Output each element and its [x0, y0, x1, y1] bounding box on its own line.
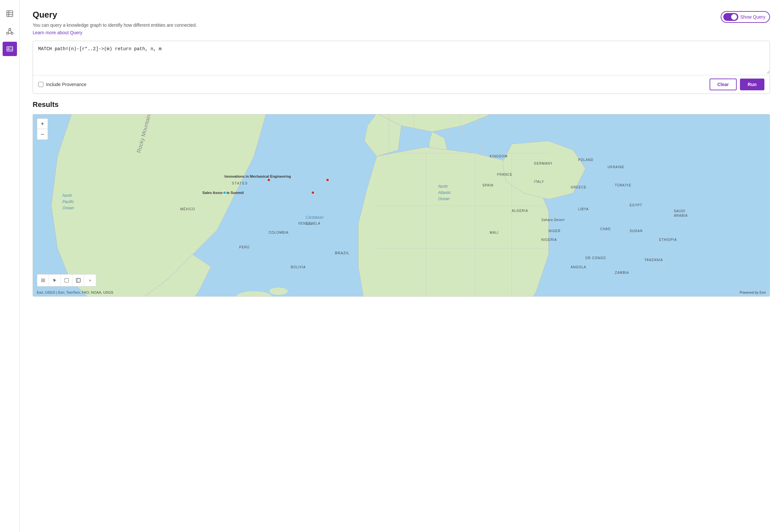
query-buttons: Clear Run: [710, 78, 764, 90]
map-dot-3: [311, 191, 314, 194]
sidebar-icon-map[interactable]: [3, 42, 17, 56]
svg-point-4: [9, 28, 11, 30]
svg-point-5: [6, 32, 8, 34]
map-attribution-left: Esri, USGS | Esri, TomTom, FAO, NOAA, US…: [37, 291, 113, 294]
map-zoom-controls: + −: [37, 118, 48, 140]
svg-point-6: [11, 32, 13, 34]
query-textarea[interactable]: MATCH path=(n)-[r*..2]->(m) return path,…: [33, 41, 770, 74]
include-provenance-text: Include Provenance: [46, 82, 87, 87]
include-provenance-checkbox[interactable]: [38, 82, 43, 87]
show-query-toggle-wrapper[interactable]: Show Query: [721, 11, 770, 23]
expand-button[interactable]: [72, 274, 84, 286]
query-footer: Include Provenance Clear Run: [33, 75, 770, 94]
cursor-button[interactable]: [49, 274, 61, 286]
query-header-right: Show Query: [721, 11, 770, 23]
page-title: Query: [33, 10, 721, 20]
show-query-toggle[interactable]: [723, 13, 738, 21]
select-area-button[interactable]: [61, 274, 72, 286]
query-header-row: Query You can query a knowledge graph to…: [33, 10, 770, 36]
include-provenance-label[interactable]: Include Provenance: [38, 82, 87, 87]
svg-line-8: [10, 30, 12, 33]
map-attribution-right: Powered by Esri: [740, 291, 766, 294]
page-description: You can query a knowledge graph to ident…: [33, 23, 721, 28]
map-toolbar: »: [37, 274, 96, 287]
query-header-left: Query You can query a knowledge graph to…: [33, 10, 721, 36]
sidebar-icon-graph[interactable]: [3, 24, 17, 38]
toggle-slider: [723, 13, 738, 21]
query-box: MATCH path=(n)-[r*..2]->(m) return path,…: [33, 41, 770, 94]
world-map-svg: Rocky Mountains: [33, 114, 770, 296]
list-view-button[interactable]: [37, 274, 49, 286]
main-content: Query You can query a knowledge graph to…: [20, 0, 783, 532]
map-dot-1: [267, 178, 271, 181]
svg-line-7: [8, 30, 9, 33]
map-dot-cyan: [222, 191, 226, 195]
zoom-in-button[interactable]: +: [37, 119, 48, 129]
learn-more-link[interactable]: Learn more about Query: [33, 30, 83, 35]
svg-marker-33: [53, 279, 57, 282]
svg-rect-0: [7, 11, 13, 16]
more-button[interactable]: »: [84, 274, 96, 286]
clear-button[interactable]: Clear: [710, 78, 737, 90]
zoom-out-button[interactable]: −: [37, 129, 48, 139]
svg-rect-10: [7, 46, 13, 51]
sidebar-icon-table[interactable]: [3, 6, 17, 21]
svg-point-16: [269, 288, 287, 295]
show-query-label: Show Query: [740, 14, 765, 20]
map-container[interactable]: Rocky Mountains Innovations in Mechanica…: [33, 114, 770, 297]
sidebar: [0, 0, 20, 532]
map-dot-2: [326, 178, 329, 181]
svg-rect-34: [65, 278, 68, 282]
run-button[interactable]: Run: [740, 78, 764, 90]
svg-rect-35: [76, 278, 80, 282]
results-title: Results: [33, 100, 770, 109]
